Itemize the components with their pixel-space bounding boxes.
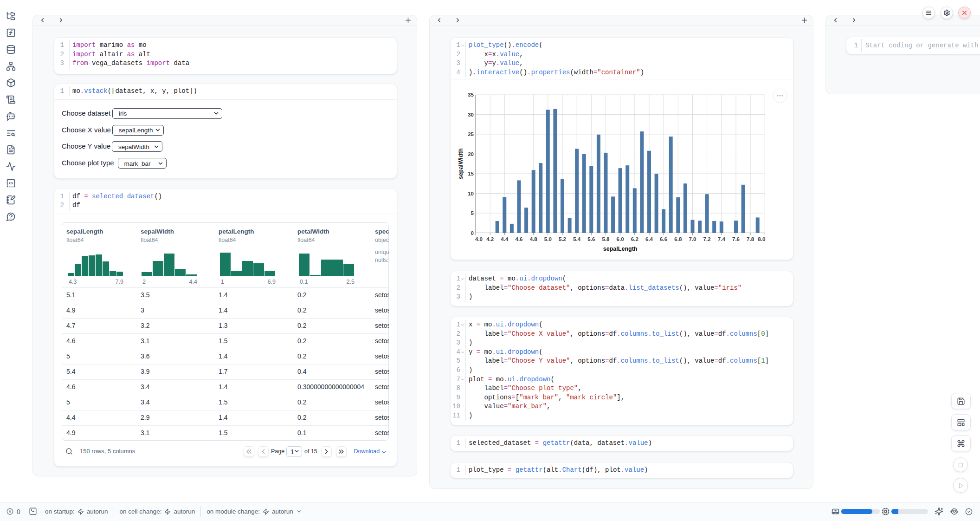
svg-text:4.0: 4.0 <box>475 236 483 242</box>
svg-text:4.8: 4.8 <box>530 236 538 242</box>
svg-text:0: 0 <box>471 230 474 236</box>
svg-text:30: 30 <box>468 112 474 117</box>
svg-text:20: 20 <box>468 151 474 157</box>
svg-text:35: 35 <box>468 92 474 98</box>
svg-text:25: 25 <box>468 131 474 137</box>
svg-text:5.2: 5.2 <box>559 236 566 242</box>
svg-text:4.2: 4.2 <box>486 236 494 242</box>
svg-text:6.0: 6.0 <box>617 236 624 242</box>
svg-text:5.6: 5.6 <box>587 236 595 242</box>
svg-text:4.4: 4.4 <box>501 236 509 242</box>
svg-text:7.2: 7.2 <box>703 236 711 242</box>
svg-text:6.4: 6.4 <box>645 236 653 242</box>
svg-text:sepalLength: sepalLength <box>603 246 638 252</box>
svg-text:sepalWidth: sepalWidth <box>458 148 464 179</box>
svg-text:10: 10 <box>468 191 474 196</box>
svg-text:7.0: 7.0 <box>689 236 696 242</box>
svg-text:15: 15 <box>468 171 474 176</box>
svg-text:5: 5 <box>471 210 474 216</box>
svg-text:6.6: 6.6 <box>660 236 667 242</box>
svg-text:7.6: 7.6 <box>732 236 740 242</box>
svg-text:5.8: 5.8 <box>602 236 610 242</box>
svg-text:7.8: 7.8 <box>747 236 754 242</box>
svg-text:6.2: 6.2 <box>631 236 638 242</box>
svg-text:6.8: 6.8 <box>674 236 682 242</box>
svg-text:5.4: 5.4 <box>573 236 581 242</box>
svg-text:5.0: 5.0 <box>544 236 552 242</box>
svg-text:4.6: 4.6 <box>516 236 523 242</box>
svg-text:7.4: 7.4 <box>718 236 726 242</box>
svg-text:8.0: 8.0 <box>758 236 765 242</box>
